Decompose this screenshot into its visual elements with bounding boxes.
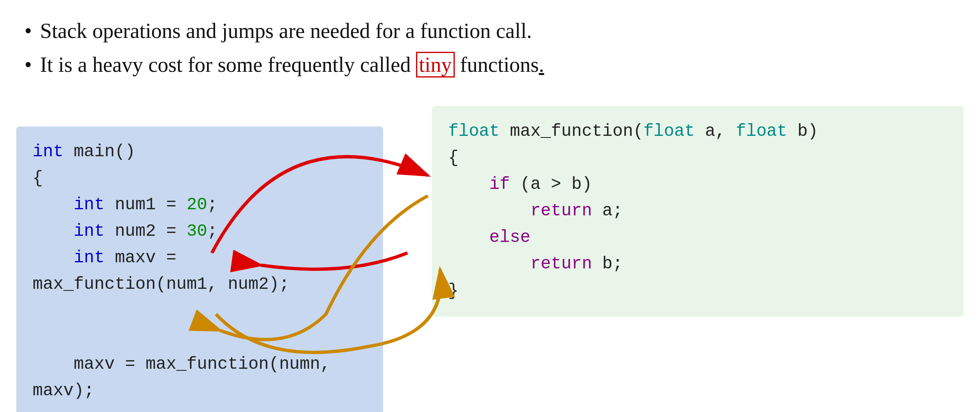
bullet-text-1: Stack operations and jumps are needed fo… bbox=[40, 16, 532, 46]
bullet-prefix: It is a heavy cost for some frequently c… bbox=[40, 53, 416, 76]
kw-int-main: int bbox=[33, 142, 64, 162]
bullet-text-2: It is a heavy cost for some frequently c… bbox=[40, 50, 544, 80]
bullet-dot-2: • bbox=[24, 50, 32, 80]
tiny-highlight: tiny bbox=[416, 52, 455, 78]
code-left-block: int main() { int num1 = 20; int num2 = 3… bbox=[16, 126, 383, 412]
bullet-dot-1: • bbox=[24, 16, 32, 46]
bullet-1: • Stack operations and jumps are needed … bbox=[24, 16, 956, 46]
bullet-points: • Stack operations and jumps are needed … bbox=[24, 16, 956, 80]
bullet-suffix: functions. bbox=[455, 53, 544, 76]
bullet-2: • It is a heavy cost for some frequently… bbox=[24, 50, 956, 80]
slide-content: • Stack operations and jumps are needed … bbox=[0, 0, 980, 80]
code-right-block: float max_function(float a, float b) { i… bbox=[432, 106, 964, 317]
